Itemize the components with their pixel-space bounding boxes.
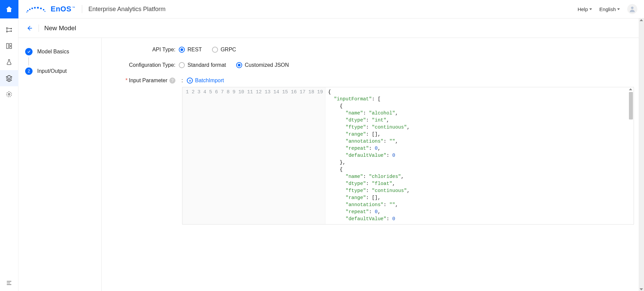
svg-point-1 (6, 31, 8, 32)
api-type-label: API Type: (112, 47, 179, 53)
svg-point-2 (10, 28, 12, 29)
step-badge-number: 2 (25, 67, 33, 75)
svg-rect-4 (7, 44, 9, 49)
dashboard-icon (6, 43, 12, 49)
batch-import-label: BatchImport (195, 78, 224, 84)
plus-circle-icon: + (187, 78, 193, 84)
rail-item-collapse[interactable] (0, 275, 18, 291)
svg-point-10 (32, 8, 33, 9)
rail-item-dashboard[interactable] (0, 38, 18, 54)
language-label: English (599, 6, 616, 12)
step-badge-check (25, 48, 33, 55)
radio-label: REST (187, 47, 202, 53)
row-input-parameter: * Input Parameter ? : + BatchImport (112, 78, 634, 84)
radio-label: GRPC (221, 47, 236, 53)
language-menu[interactable]: English (599, 6, 620, 12)
rail-item-experiment[interactable] (0, 54, 18, 70)
rail-item-layers[interactable] (0, 70, 18, 86)
svg-point-15 (26, 12, 28, 13)
home-icon (5, 5, 13, 13)
back-button[interactable] (26, 25, 33, 32)
subheader: New Model (18, 18, 644, 38)
radio-api-grpc[interactable]: GRPC (212, 47, 236, 53)
caret-down-icon (589, 8, 592, 10)
editor-gutter: 1 2 3 4 5 6 7 8 9 10 11 12 13 14 15 16 1… (182, 87, 325, 224)
radio-label: Customized JSON (245, 62, 289, 68)
user-avatar[interactable] (627, 4, 637, 14)
svg-rect-6 (10, 47, 12, 49)
brand: EnOS™ (26, 4, 75, 14)
radio-dot-icon (179, 62, 185, 68)
step-label: Input/Output (37, 68, 67, 74)
colon: : (181, 78, 183, 84)
input-param-label-wrap: * Input Parameter ? (112, 78, 179, 84)
batch-import-link[interactable]: + BatchImport (187, 78, 224, 84)
input-param-label: Input Parameter (129, 78, 167, 84)
svg-point-13 (40, 7, 42, 9)
radio-api-rest[interactable]: REST (179, 47, 202, 53)
radio-config-standard[interactable]: Standard format (179, 62, 226, 68)
home-tile[interactable] (0, 0, 18, 18)
svg-point-16 (45, 11, 46, 12)
required-asterisk: * (125, 78, 127, 84)
brand-logo-icon (26, 4, 46, 14)
nav-rail (0, 0, 18, 291)
check-icon (27, 50, 31, 54)
editor-scrollbar[interactable] (628, 88, 633, 225)
menu-collapse-icon (6, 280, 12, 286)
scroll-down-icon (640, 288, 643, 290)
radio-config-custom[interactable]: Customized JSON (236, 62, 289, 68)
step-connector (29, 57, 29, 65)
row-config-type: Configuration Type: Standard format Cust… (112, 62, 634, 68)
rail-item-settings[interactable] (0, 86, 18, 102)
help-menu[interactable]: Help (578, 6, 592, 12)
svg-point-3 (10, 31, 12, 32)
rail-item-graph[interactable] (0, 22, 18, 38)
svg-point-8 (27, 10, 29, 11)
product-name: Enterprise Analytics Platform (88, 6, 165, 13)
svg-point-14 (43, 9, 44, 10)
radio-label: Standard format (187, 62, 226, 68)
row-api-type: API Type: REST GRPC (112, 47, 634, 53)
layers-icon (5, 75, 13, 82)
network-icon (5, 26, 13, 34)
page-title: New Model (44, 25, 76, 32)
gear-icon (6, 91, 12, 98)
radio-dot-icon (179, 47, 185, 53)
arrow-left-icon (26, 25, 33, 32)
svg-point-11 (34, 7, 36, 8)
radio-dot-icon (236, 62, 242, 68)
svg-point-0 (6, 27, 8, 29)
help-icon[interactable]: ? (169, 78, 175, 84)
steps-sidebar: Model Basics 2 Input/Output (18, 38, 102, 291)
help-label: Help (578, 6, 588, 12)
step-label: Model Basics (37, 49, 69, 55)
svg-point-17 (631, 7, 633, 9)
json-editor[interactable]: 1 2 3 4 5 6 7 8 9 10 11 12 13 14 15 16 1… (182, 87, 634, 225)
svg-point-12 (37, 7, 39, 9)
scroll-up-icon (640, 19, 643, 21)
brand-name: EnOS™ (51, 5, 75, 13)
flask-icon (6, 59, 12, 65)
scroll-up-icon (629, 88, 632, 90)
svg-point-9 (29, 9, 31, 10)
content-area: API Type: REST GRPC Configurat (102, 38, 644, 291)
caret-down-icon (617, 8, 620, 10)
scroll-thumb[interactable] (629, 92, 633, 119)
editor-code[interactable]: { "inputFormat": [ { "name": "alcohol", … (325, 87, 634, 224)
topbar: EnOS™ Enterprise Analytics Platform Help… (18, 0, 644, 18)
config-type-label: Configuration Type: (112, 62, 179, 68)
svg-rect-5 (10, 44, 12, 46)
divider (82, 5, 82, 13)
step-input-output[interactable]: 2 Input/Output (25, 67, 95, 75)
divider (39, 25, 39, 32)
step-model-basics[interactable]: Model Basics (25, 48, 95, 55)
svg-point-7 (8, 94, 10, 95)
radio-dot-icon (212, 47, 218, 53)
user-icon (629, 5, 636, 13)
page-scrollbar[interactable] (639, 18, 644, 291)
